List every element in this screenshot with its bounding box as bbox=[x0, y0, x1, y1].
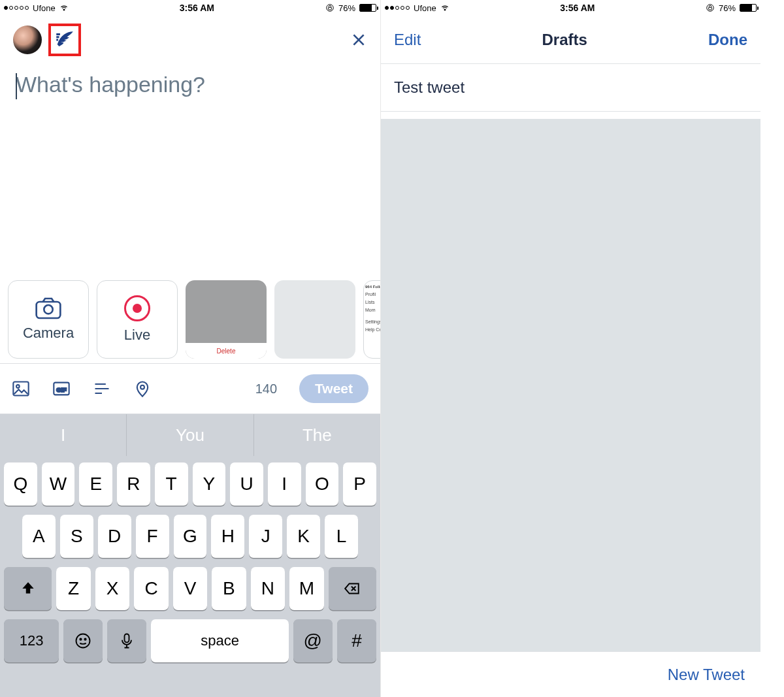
key-row-3: Z X C V B N M bbox=[4, 567, 376, 610]
new-tweet-button[interactable]: New Tweet bbox=[668, 666, 745, 684]
drafts-list: Test tweet bbox=[381, 64, 760, 112]
compose-toolbar: GIF 140 Tweet bbox=[0, 363, 380, 414]
suggest-key[interactable]: The bbox=[254, 414, 380, 456]
key[interactable]: P bbox=[343, 462, 376, 506]
svg-point-11 bbox=[80, 639, 82, 640]
photo-icon[interactable] bbox=[12, 380, 30, 398]
hash-key[interactable]: # bbox=[337, 619, 376, 662]
key[interactable]: Q bbox=[4, 462, 37, 506]
mic-icon bbox=[118, 632, 136, 650]
shift-icon bbox=[20, 580, 37, 597]
status-bar: Ufone 3:56 AM 76% bbox=[0, 0, 380, 16]
suggest-key[interactable]: You bbox=[127, 414, 253, 456]
battery-percent: 76% bbox=[338, 3, 355, 13]
drafts-screen: Ufone 3:56 AM 76% Edit Drafts Done bbox=[380, 0, 760, 697]
edit-button[interactable]: Edit bbox=[394, 31, 421, 49]
wifi-icon bbox=[440, 3, 449, 12]
at-key[interactable]: @ bbox=[293, 619, 333, 662]
avatar[interactable] bbox=[13, 25, 42, 54]
mic-key[interactable] bbox=[107, 619, 146, 662]
key[interactable]: O bbox=[306, 462, 339, 506]
status-bar: Ufone 3:56 AM 76% bbox=[381, 0, 760, 16]
compose-input[interactable]: What's happening? bbox=[0, 64, 380, 105]
photo-thumb-1[interactable]: Delete bbox=[186, 280, 267, 359]
backspace-key[interactable] bbox=[329, 567, 376, 610]
close-icon[interactable] bbox=[350, 31, 367, 48]
svg-point-10 bbox=[76, 634, 90, 648]
signal-strength-icon bbox=[385, 6, 410, 10]
key[interactable]: W bbox=[42, 462, 75, 506]
orientation-lock-icon bbox=[706, 3, 715, 12]
camera-label: Camera bbox=[23, 325, 74, 342]
svg-rect-16 bbox=[709, 7, 712, 10]
mode-key[interactable]: 123 bbox=[4, 619, 59, 662]
photo-thumb-2[interactable] bbox=[274, 280, 355, 359]
keyboard: I You The Q W E R T Y U I O P A bbox=[0, 414, 380, 697]
poll-icon[interactable] bbox=[93, 380, 111, 398]
key[interactable]: X bbox=[95, 567, 129, 610]
key[interactable]: U bbox=[230, 462, 263, 506]
key[interactable]: D bbox=[98, 515, 131, 558]
svg-point-14 bbox=[444, 9, 446, 10]
feather-icon bbox=[54, 29, 76, 51]
clock: 3:56 AM bbox=[560, 3, 595, 13]
svg-text:GIF: GIF bbox=[56, 387, 67, 393]
svg-rect-13 bbox=[125, 634, 129, 643]
photo-thumb-3[interactable]: 964 Follow Profil Lists Mom Settings a H… bbox=[363, 280, 380, 359]
orientation-lock-icon bbox=[325, 3, 335, 12]
emoji-key[interactable] bbox=[63, 619, 103, 662]
svg-point-4 bbox=[44, 305, 52, 314]
key-row-4: 123 space @ # bbox=[4, 619, 376, 662]
key[interactable]: F bbox=[136, 515, 169, 558]
key[interactable]: B bbox=[212, 567, 246, 610]
live-label: Live bbox=[124, 327, 150, 344]
tweet-button[interactable]: Tweet bbox=[299, 374, 368, 403]
key[interactable]: L bbox=[325, 515, 358, 558]
key[interactable]: K bbox=[287, 515, 320, 558]
key[interactable]: M bbox=[289, 567, 323, 610]
key[interactable]: C bbox=[134, 567, 168, 610]
done-button[interactable]: Done bbox=[708, 31, 747, 49]
drafts-nav: Edit Drafts Done bbox=[381, 16, 760, 64]
key[interactable]: N bbox=[251, 567, 285, 610]
key[interactable]: T bbox=[155, 462, 188, 506]
carrier-label: Ufone bbox=[33, 3, 56, 13]
key-row-1: Q W E R T Y U I O P bbox=[4, 462, 376, 506]
key[interactable]: J bbox=[249, 515, 282, 558]
key[interactable]: R bbox=[117, 462, 150, 506]
key[interactable]: V bbox=[173, 567, 207, 610]
key[interactable]: G bbox=[174, 515, 207, 558]
key[interactable]: Z bbox=[56, 567, 90, 610]
key[interactable]: A bbox=[22, 515, 56, 558]
svg-point-0 bbox=[63, 9, 65, 10]
text-cursor-icon bbox=[16, 73, 17, 99]
suggest-key[interactable]: I bbox=[0, 414, 127, 456]
compose-placeholder-text: What's happening? bbox=[16, 72, 205, 97]
space-key[interactable]: space bbox=[151, 619, 288, 662]
battery-percent: 76% bbox=[719, 3, 736, 13]
key-row-2: A S D F G H J K L bbox=[4, 515, 376, 558]
page-title: Drafts bbox=[542, 31, 587, 49]
camera-tile[interactable]: Camera bbox=[8, 280, 89, 359]
key[interactable]: S bbox=[60, 515, 93, 558]
key[interactable]: E bbox=[79, 462, 112, 506]
key[interactable]: H bbox=[211, 515, 244, 558]
carrier-label: Ufone bbox=[414, 3, 436, 13]
clock: 3:56 AM bbox=[180, 3, 214, 13]
emoji-icon bbox=[74, 632, 92, 650]
location-icon[interactable] bbox=[133, 380, 152, 398]
live-tile[interactable]: Live bbox=[97, 280, 178, 359]
compose-header bbox=[0, 16, 380, 64]
drafts-button[interactable] bbox=[48, 24, 81, 56]
keyboard-suggestions: I You The bbox=[0, 414, 380, 456]
delete-label[interactable]: Delete bbox=[186, 343, 267, 359]
shift-key[interactable] bbox=[4, 567, 52, 610]
draft-item[interactable]: Test tweet bbox=[381, 64, 760, 111]
periscope-icon bbox=[124, 295, 150, 321]
svg-point-12 bbox=[85, 639, 86, 640]
gif-icon[interactable]: GIF bbox=[52, 380, 71, 398]
key[interactable]: I bbox=[268, 462, 301, 506]
key[interactable]: Y bbox=[193, 462, 226, 506]
signal-strength-icon bbox=[4, 6, 29, 10]
wifi-icon bbox=[59, 3, 69, 12]
